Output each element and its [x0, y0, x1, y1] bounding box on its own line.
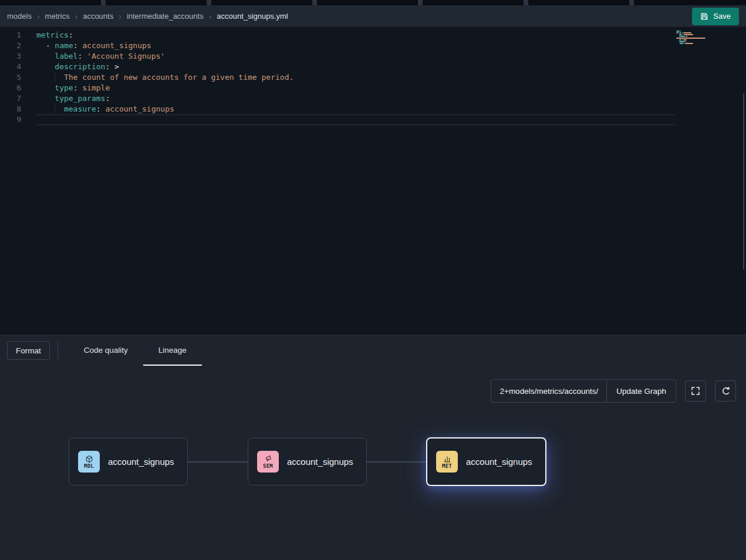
tab-label: Lineage — [158, 346, 187, 355]
save-icon — [700, 12, 708, 21]
node-badge-label: MDL — [84, 464, 94, 469]
breadcrumb: models›metrics›accounts›intermediate_acc… — [7, 12, 288, 21]
file-tab[interactable] — [423, 0, 524, 5]
scrollbar-thumb[interactable] — [743, 93, 744, 269]
lineage-selector-input[interactable]: 2+models/metrics/accounts/ — [491, 380, 606, 402]
model-cube-icon — [85, 455, 93, 463]
lineage-node-mdl-account_signups[interactable]: MDL account_signups — [69, 438, 188, 485]
chevron-right-icon: › — [75, 12, 77, 21]
save-button[interactable]: Save — [692, 8, 739, 25]
code-line[interactable]: 5 The count of new accounts for a given … — [0, 72, 746, 83]
breadcrumb-bar: models›metrics›accounts›intermediate_acc… — [0, 5, 746, 28]
semantic-model-icon — [263, 454, 273, 464]
panel-header: Format Code quality Lineage — [0, 335, 746, 366]
code-line[interactable]: 7 type_params: — [0, 93, 746, 104]
metric-chart-icon — [443, 455, 451, 463]
line-number: 8 — [0, 104, 21, 114]
node-badge-label: MET — [442, 464, 452, 469]
line-content: label: 'Account Signups' — [36, 51, 674, 62]
code-line[interactable]: 8 measure: account_signups — [0, 104, 746, 114]
code-line[interactable]: 1 metrics: — [0, 30, 746, 41]
chevron-right-icon: › — [119, 12, 121, 21]
line-content: - name: account_signups — [36, 41, 674, 51]
file-tab[interactable] — [317, 0, 418, 5]
line-content: metrics: — [36, 30, 674, 41]
lineage-node-sem-account_signups[interactable]: SEM account_signups — [248, 438, 367, 485]
line-number: 7 — [0, 93, 21, 104]
selector-group: 2+models/metrics/accounts/ Update Graph — [491, 379, 676, 403]
node-label: account_signups — [108, 457, 174, 467]
line-number: 4 — [0, 62, 21, 72]
file-tab[interactable] — [211, 0, 312, 5]
file-tab[interactable] — [0, 0, 101, 5]
node-label: account_signups — [287, 457, 353, 467]
refresh-icon — [721, 386, 730, 396]
code-line[interactable]: 9 — [0, 114, 746, 125]
tab-code-quality[interactable]: Code quality — [69, 335, 143, 366]
line-content: type_params: — [36, 93, 674, 104]
breadcrumb-item-accounts[interactable]: accounts — [83, 12, 113, 21]
chevron-right-icon: › — [209, 12, 212, 21]
line-content: description: > — [36, 62, 674, 72]
panel-tabs: Code quality Lineage — [69, 335, 202, 366]
refresh-button[interactable] — [715, 380, 736, 402]
lineage-edge — [367, 461, 426, 463]
line-content: type: simple — [36, 83, 674, 93]
fullscreen-icon — [691, 386, 700, 396]
line-content: measure: account_signups — [36, 104, 674, 114]
chevron-right-icon: › — [37, 12, 40, 21]
line-number: 9 — [0, 114, 21, 125]
code-line[interactable]: 6 type: simple — [0, 83, 746, 93]
code-line[interactable]: 3 label: 'Account Signups' — [0, 51, 746, 62]
save-label: Save — [713, 12, 731, 21]
line-number: 1 — [0, 30, 21, 41]
format-button[interactable]: Format — [7, 341, 50, 360]
bottom-panel: Format Code quality Lineage 2+models/met… — [0, 335, 746, 560]
node-badge-label: SEM — [263, 464, 273, 469]
tab-label: Code quality — [84, 346, 128, 355]
file-tabs-strip — [0, 0, 746, 5]
tab-lineage[interactable]: Lineage — [143, 335, 202, 366]
file-tab[interactable] — [634, 0, 746, 5]
node-type-badge: SEM — [257, 451, 279, 473]
ide-window: models›metrics›accounts›intermediate_acc… — [0, 0, 746, 560]
line-number: 3 — [0, 51, 21, 62]
line-number: 5 — [0, 72, 21, 83]
lineage-edge — [188, 461, 248, 463]
code-lines: 1 metrics: 2 - name: account_signups 3 l… — [0, 30, 746, 125]
lineage-controls: 2+models/metrics/accounts/ Update Graph — [491, 379, 736, 403]
file-tab[interactable] — [106, 0, 207, 5]
node-label: account_signups — [466, 457, 532, 467]
fullscreen-button[interactable] — [685, 380, 706, 402]
lineage-node-met-account_signups[interactable]: MET account_signups — [426, 437, 546, 486]
line-number: 6 — [0, 83, 21, 93]
update-graph-button[interactable]: Update Graph — [606, 380, 676, 402]
file-tab[interactable] — [528, 0, 629, 5]
line-content: The count of new accounts for a given ti… — [36, 72, 674, 83]
code-editor[interactable]: 1 metrics: 2 - name: account_signups 3 l… — [0, 28, 746, 335]
divider — [58, 341, 58, 360]
breadcrumb-item-metrics[interactable]: metrics — [45, 12, 70, 21]
node-type-badge: MET — [436, 451, 458, 473]
breadcrumb-item-intermediate_accounts[interactable]: intermediate_accounts — [127, 12, 204, 21]
code-line[interactable]: 2 - name: account_signups — [0, 41, 746, 51]
line-content — [36, 114, 674, 125]
line-number: 2 — [0, 41, 21, 51]
node-type-badge: MDL — [78, 451, 100, 473]
minimap[interactable] — [676, 31, 710, 46]
breadcrumb-item-account_signups.yml[interactable]: account_signups.yml — [217, 12, 288, 21]
breadcrumb-item-models[interactable]: models — [7, 12, 32, 21]
code-line[interactable]: 4 description: > — [0, 62, 746, 72]
